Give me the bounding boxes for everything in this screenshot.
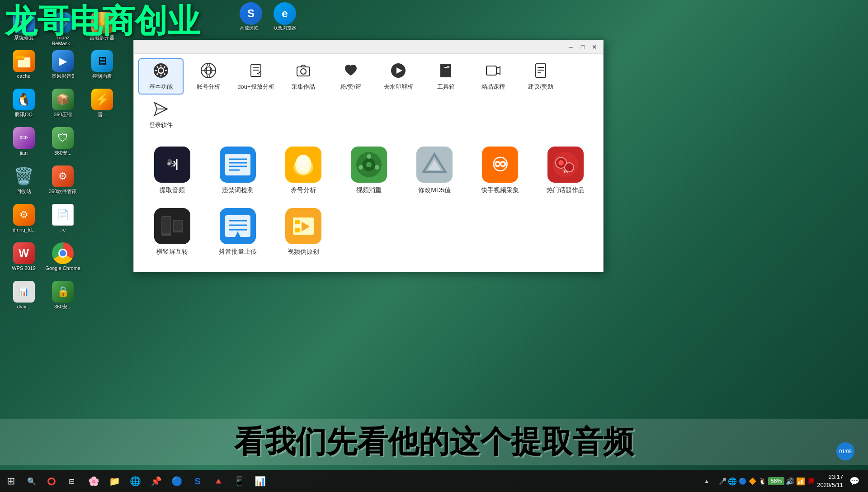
- menu-suggest[interactable]: 建议/赞助: [518, 58, 563, 95]
- system-clock[interactable]: 23:17 2020/5/11: [817, 473, 843, 489]
- tray-expand[interactable]: ▲: [697, 471, 717, 491]
- taskbar-app-3[interactable]: 🔺: [208, 471, 228, 491]
- menu-login-label: 登录软件: [149, 122, 173, 129]
- menu-watermark-label: 去水印解析: [384, 83, 413, 90]
- taskbar-sogou[interactable]: S: [188, 471, 208, 491]
- app-grid: 提取音频 违禁词检测 养号分析 视频消重: [138, 140, 599, 267]
- lenovo-browser-icon[interactable]: e 联想浏览器: [269, 2, 301, 31]
- menu-toolbox[interactable]: 工具箱: [423, 58, 468, 95]
- tray-microphone[interactable]: 🎤: [718, 477, 727, 486]
- desktop-icon-360zip[interactable]: 📦 360压缩: [44, 86, 82, 124]
- send-icon: [153, 101, 169, 120]
- svg-point-27: [160, 152, 185, 177]
- ime-icon[interactable]: 搜: [807, 477, 816, 486]
- tray-app-3[interactable]: 🐧: [758, 477, 767, 486]
- menu-collect[interactable]: 采集作品: [281, 58, 326, 95]
- app-kuaishou[interactable]: ♾ 快手视频采集: [468, 142, 532, 199]
- cortana-button[interactable]: ⭕: [42, 471, 61, 491]
- desktop-icon-thunder2[interactable]: ⚡ 雷...: [83, 86, 121, 124]
- menu-account-label: 账号分析: [197, 83, 220, 90]
- desktop-icon-baofeng[interactable]: ▶ 暴风影音5: [44, 47, 82, 86]
- menu-fans-label: 粉/赞/评: [340, 83, 361, 90]
- menu-account-analysis[interactable]: 账号分析: [186, 58, 231, 95]
- desktop-icon-wps[interactable]: W WPS 2019: [5, 240, 43, 278]
- bookmark-icon: [438, 63, 453, 81]
- menu-toolbox-label: 工具箱: [437, 83, 455, 90]
- popup-titlebar: ─ □ ✕: [134, 40, 603, 54]
- taskbar-ie[interactable]: 📌: [146, 471, 166, 491]
- task-view[interactable]: ⊟: [61, 471, 81, 491]
- desktop-icon-ldmq[interactable]: ⚙ ldmnq_ld...: [5, 201, 43, 240]
- volume-icon[interactable]: 🔊: [786, 477, 795, 486]
- tray-app-1[interactable]: 🔵: [738, 477, 747, 486]
- desktop-icon-360safe2[interactable]: 🛡 360安...: [44, 124, 82, 163]
- network-tray-icon[interactable]: 📶: [796, 477, 805, 486]
- menu-dou-analysis[interactable]: dou+投放分析: [233, 58, 278, 95]
- svg-point-44: [367, 154, 371, 159]
- svg-rect-19: [486, 66, 496, 75]
- svg-point-52: [558, 160, 564, 166]
- taskbar-pinned-icons: 🌸 📁 🌐 📌 🔵 S 🔺 📱 📊: [81, 471, 693, 491]
- start-button[interactable]: ⊞: [0, 470, 22, 492]
- desktop-icon-recycle[interactable]: 🗑️ 回收站: [5, 163, 43, 201]
- video-icon: [486, 63, 501, 81]
- menu-basic-label: 基本功能: [149, 83, 173, 90]
- tray-icons: 🎤 🌐 🔵 🔶 🐧: [718, 477, 767, 486]
- svg-point-29: [168, 163, 170, 165]
- taskbar-chrome[interactable]: 🔵: [167, 471, 187, 491]
- menu-basic-functions[interactable]: 基本功能: [138, 58, 184, 95]
- desktop-icon-software-mgr[interactable]: ⚙ 360软件管家: [44, 163, 82, 201]
- svg-text:TK: TK: [563, 170, 568, 174]
- taskbar-app-1[interactable]: 🌸: [84, 471, 104, 491]
- taskbar-app-5[interactable]: 📊: [250, 471, 270, 491]
- app-forbidden-words[interactable]: 违禁词检测: [206, 142, 269, 199]
- desktop-icon-chrome[interactable]: Google Chrome: [44, 240, 82, 278]
- app-batch-upload[interactable]: 抖音批量上传: [206, 203, 269, 260]
- desktop-icon-control-panel[interactable]: 🖥 控制面板: [83, 47, 121, 86]
- app-video-dedup[interactable]: 视频消重: [337, 142, 401, 199]
- menu-premium-label: 精品课程: [481, 83, 505, 90]
- desktop-icon-area: 系统修复 cache 🐧 腾讯QQ ✏ jian 🗑️ 回收站 ⚙ ldmnq_…: [0, 5, 127, 348]
- menu-fans[interactable]: 粉/赞/评: [328, 58, 373, 95]
- desktop-icon-cache[interactable]: cache: [5, 47, 43, 86]
- menu-dou-label: dou+投放分析: [237, 83, 274, 90]
- app-fake-original[interactable]: 视频伪原创: [272, 203, 335, 260]
- camera-icon: [296, 63, 311, 81]
- svg-marker-20: [496, 67, 500, 74]
- taskbar: ⊞ 🔍 ⭕ ⊟ 🌸 📁 🌐 📌 🔵 S 🔺 📱 📊 ▲ 🎤 🌐 🔵 🔶 🐧 56…: [0, 470, 868, 492]
- menu-login[interactable]: 登录软件: [138, 97, 184, 133]
- taskbar-app-2[interactable]: 📁: [104, 471, 124, 491]
- menu-collect-label: 采集作品: [292, 83, 315, 90]
- svg-point-45: [375, 165, 379, 170]
- doc-icon: [533, 63, 548, 81]
- svg-rect-57: [162, 217, 170, 233]
- gear-icon: [153, 63, 169, 81]
- desktop-icon-jian[interactable]: ✏ jian: [5, 124, 43, 163]
- app-md5[interactable]: 修改MD5值: [403, 142, 466, 199]
- desktop-icon-360safe3[interactable]: 🔒 360安...: [44, 278, 82, 317]
- minimize-button[interactable]: ─: [566, 42, 576, 52]
- desktop-icon-qq[interactable]: 🐧 腾讯QQ: [5, 86, 43, 124]
- notification-button[interactable]: 💬: [844, 471, 864, 491]
- sogou-browser-icon[interactable]: S 高速浏览...: [235, 2, 267, 31]
- app-account-analysis[interactable]: 养号分析: [272, 142, 335, 199]
- menu-premium[interactable]: 精品课程: [471, 58, 516, 95]
- app-extract-audio[interactable]: 提取音频: [141, 142, 204, 199]
- menu-suggest-label: 建议/赞助: [528, 83, 553, 90]
- tray-app-2[interactable]: 🔶: [748, 477, 757, 486]
- maximize-button[interactable]: □: [578, 42, 588, 52]
- taskbar-app-4[interactable]: 📱: [229, 471, 249, 491]
- app-rotate[interactable]: 横竖屏互转: [141, 203, 204, 260]
- taskbar-edge[interactable]: 🌐: [125, 471, 145, 491]
- bottom-subtitle: 看我们先看他的这个提取音频: [0, 419, 868, 465]
- battery-indicator: 56%: [768, 477, 784, 485]
- close-button[interactable]: ✕: [590, 42, 599, 52]
- desktop-icon-rc[interactable]: 📄 .rc: [44, 201, 82, 240]
- page-title: 龙哥电商创业: [5, 5, 200, 37]
- desktop-icon-dyfx[interactable]: 📊 dyfx...: [5, 278, 43, 317]
- menu-remove-watermark[interactable]: 去水印解析: [376, 58, 421, 95]
- tray-network[interactable]: 🌐: [728, 477, 737, 486]
- search-taskbar[interactable]: 🔍: [22, 471, 42, 491]
- svg-rect-58: [174, 221, 182, 231]
- app-hot-topics[interactable]: TK 热门话题作品: [534, 142, 597, 199]
